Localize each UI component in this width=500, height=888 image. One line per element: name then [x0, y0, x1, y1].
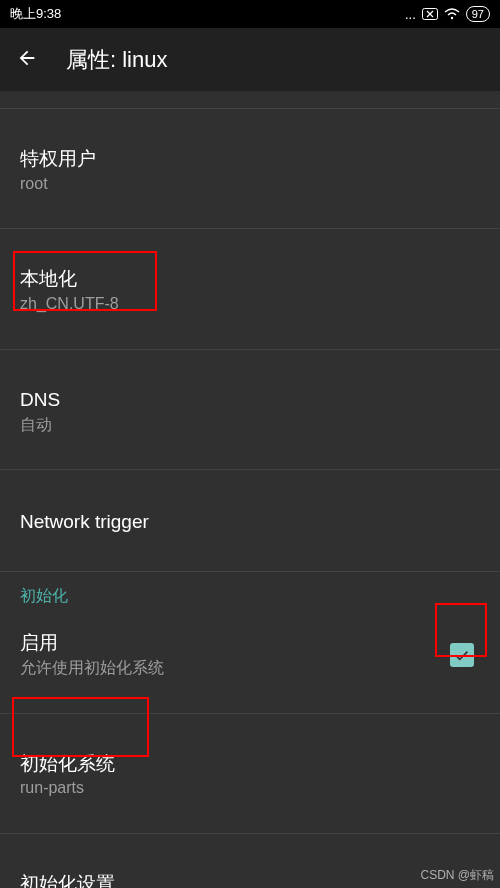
- setting-title: Network trigger: [20, 510, 480, 535]
- check-icon: [453, 646, 471, 664]
- status-time: 晚上9:38: [10, 5, 61, 23]
- status-bar: 晚上9:38 ... 97: [0, 0, 500, 28]
- section-header-init: 初始化: [0, 572, 500, 619]
- watermark: CSDN @虾稿: [420, 867, 494, 884]
- setting-title: 本地化: [20, 267, 480, 292]
- setting-privileged-user[interactable]: 特权用户 root: [0, 130, 500, 211]
- setting-title: DNS: [20, 388, 480, 413]
- setting-init-system[interactable]: 初始化系统 run-parts: [0, 735, 500, 816]
- status-dots-icon: ...: [405, 7, 416, 22]
- setting-title: 初始化系统: [20, 752, 480, 777]
- setting-locale[interactable]: 本地化 zh_CN.UTF-8: [0, 250, 500, 331]
- back-arrow-icon[interactable]: [16, 47, 38, 73]
- setting-title: 启用: [20, 631, 164, 656]
- wifi-icon: [444, 8, 460, 20]
- setting-value: root: [20, 174, 480, 195]
- setting-network-trigger[interactable]: Network trigger: [0, 491, 500, 554]
- status-close-icon: [422, 8, 438, 20]
- setting-dns[interactable]: DNS 自动: [0, 371, 500, 452]
- page-title: 属性: linux: [66, 45, 167, 75]
- settings-list: 特权用户 root 本地化 zh_CN.UTF-8 DNS 自动 Network…: [0, 91, 500, 888]
- status-right: ... 97: [405, 6, 490, 22]
- setting-title: 初始化设置: [20, 872, 480, 888]
- app-bar: 属性: linux: [0, 28, 500, 91]
- setting-value: 自动: [20, 415, 480, 436]
- setting-title: 特权用户: [20, 147, 480, 172]
- checkbox-enable-init[interactable]: [450, 643, 474, 667]
- battery-indicator: 97: [466, 6, 490, 22]
- setting-value: run-parts: [20, 778, 480, 799]
- svg-point-1: [451, 17, 453, 19]
- setting-sub: 允许使用初始化系统: [20, 658, 164, 679]
- setting-init-enable[interactable]: 启用 允许使用初始化系统: [0, 619, 500, 695]
- setting-value: zh_CN.UTF-8: [20, 294, 480, 315]
